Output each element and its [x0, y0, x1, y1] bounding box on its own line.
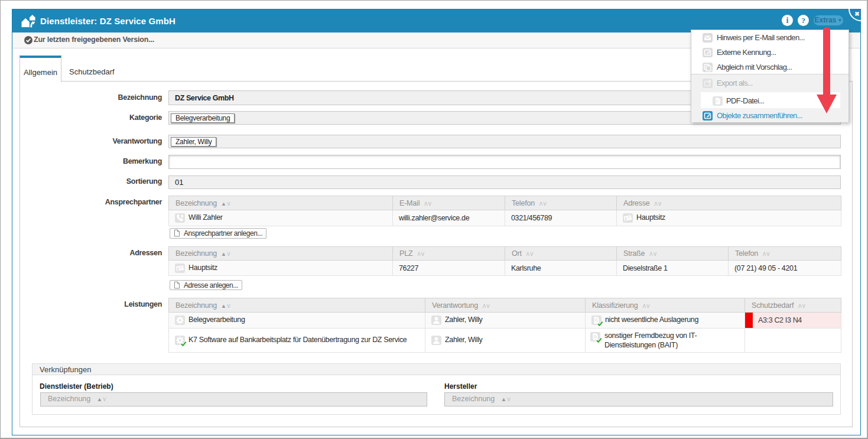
svg-text:P: P [716, 100, 719, 103]
